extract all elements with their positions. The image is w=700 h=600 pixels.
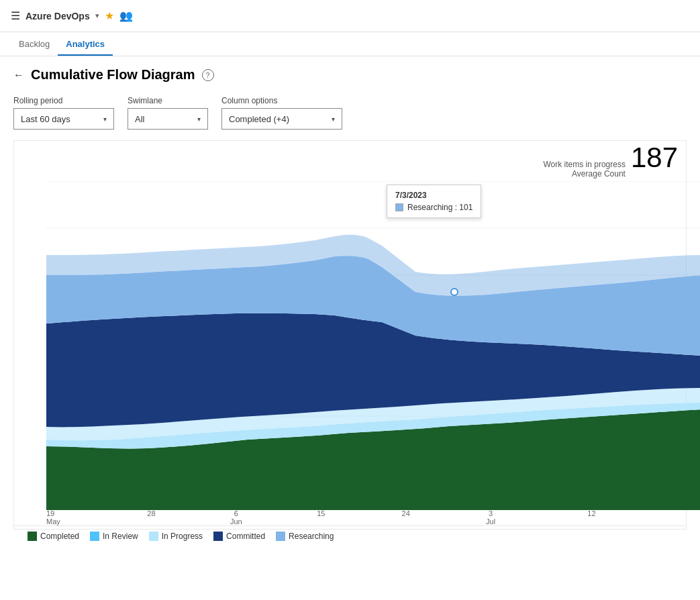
swimlane-label: Swimlane [128, 96, 208, 105]
stats-label-2: Average Count [543, 169, 625, 179]
swimlane-dropdown[interactable]: All ▾ [128, 108, 208, 130]
swimlane-value: All [135, 114, 144, 124]
legend-researching: Researching [276, 532, 334, 541]
column-options-dropdown[interactable]: Completed (+4) ▾ [221, 108, 342, 130]
tab-analytics[interactable]: Analytics [58, 34, 113, 56]
column-options-arrow-icon: ▾ [332, 115, 335, 123]
x-label-28: 28 [131, 509, 171, 526]
rolling-period-dropdown[interactable]: Last 60 days ▾ [13, 108, 114, 130]
x-label-24: 24 [386, 509, 426, 526]
completed-label: Completed [40, 532, 79, 541]
x-label-12: 12 [556, 509, 596, 526]
legend-in-review: In Review [90, 532, 138, 541]
page-content: ← Cumulative Flow Diagram ? Rolling peri… [0, 56, 700, 540]
rolling-period-group: Rolling period Last 60 days ▾ [13, 96, 114, 130]
x-label-6: 6Jun [216, 509, 256, 526]
column-options-label: Column options [221, 96, 342, 105]
swimlane-arrow-icon: ▾ [197, 115, 201, 123]
chart-area: Work items in progress Average Count 187… [13, 140, 687, 530]
committed-label: Committed [226, 532, 265, 541]
stats-row: Work items in progress Average Count 187 [14, 141, 686, 181]
in-review-label: In Review [103, 532, 138, 541]
rolling-period-label: Rolling period [13, 96, 114, 105]
title-row: ← Cumulative Flow Diagram ? [13, 67, 687, 83]
completed-color-box [28, 532, 37, 541]
stats-number: 187 [631, 144, 678, 172]
top-bar: ☰ Azure DevOps ▾ ★ 👥 [0, 0, 700, 32]
chart-tooltip: 7/3/2023 Researching : 101 [387, 185, 481, 218]
in-progress-label: In Progress [162, 532, 203, 541]
help-icon[interactable]: ? [202, 69, 214, 81]
column-options-group: Column options Completed (+4) ▾ [221, 96, 342, 130]
stats-label-1: Work items in progress [543, 160, 625, 169]
x-label-end [640, 509, 681, 526]
app-title: Azure DevOps [26, 11, 90, 21]
swimlane-group: Swimlane All ▾ [128, 96, 208, 130]
in-review-color-box [90, 532, 99, 541]
x-label-19: 19May [46, 509, 87, 526]
nav-tabs: Backlog Analytics [0, 32, 700, 56]
favorite-star-icon[interactable]: ★ [105, 9, 114, 22]
dropdown-arrow-icon[interactable]: ▾ [95, 11, 99, 20]
chart-legend: Completed In Review In Progress Committe… [14, 526, 686, 546]
tooltip-color-box [395, 203, 403, 211]
people-icon[interactable]: 👥 [119, 9, 133, 22]
committed-color-box [213, 532, 223, 541]
tooltip-dot [451, 289, 458, 295]
x-label-15: 15 [301, 509, 341, 526]
legend-in-progress: In Progress [149, 532, 203, 541]
menu-icon[interactable]: ☰ [11, 9, 20, 22]
x-label-3: 3Jul [470, 509, 511, 526]
back-button[interactable]: ← [13, 69, 24, 81]
legend-committed: Committed [213, 532, 265, 541]
rolling-period-value: Last 60 days [21, 114, 70, 124]
researching-color-box [276, 532, 285, 541]
column-options-value: Completed (+4) [229, 114, 289, 124]
page-title: Cumulative Flow Diagram [31, 67, 195, 83]
tooltip-date: 7/3/2023 [395, 191, 472, 200]
controls-row: Rolling period Last 60 days ▾ Swimlane A… [13, 96, 687, 130]
tab-backlog[interactable]: Backlog [11, 34, 58, 56]
researching-label: Researching [289, 532, 334, 541]
legend-completed: Completed [28, 532, 79, 541]
rolling-period-arrow-icon: ▾ [103, 115, 107, 123]
cumulative-flow-chart: 4.3K 4.2K 4.2K 4.1K 4.1K 4.0K 4.0K [46, 181, 700, 510]
tooltip-item: Researching : 101 [395, 203, 472, 212]
tooltip-text: Researching : 101 [407, 203, 472, 212]
in-progress-color-box [149, 532, 158, 541]
